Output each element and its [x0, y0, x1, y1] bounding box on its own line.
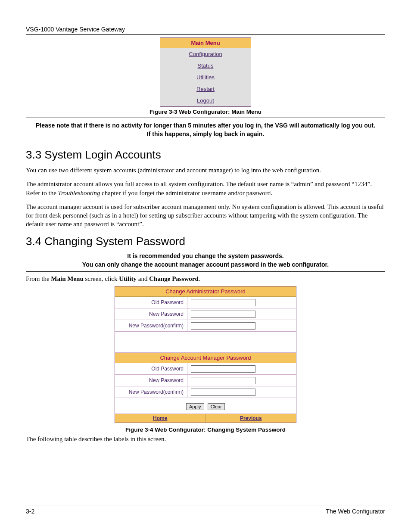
figure-3-4-caption: Figure 3-4 Web Configurator: Changing Sy… — [26, 426, 385, 433]
table-intro-text: The following table describes the labels… — [26, 436, 385, 443]
panel-spacer — [115, 332, 296, 353]
menu-link-logout[interactable]: Logout — [160, 95, 251, 106]
admin-confirm-password-row: New Password(confirm) — [115, 320, 296, 332]
button-row: Apply Clear — [115, 398, 296, 414]
instr-b2: Utility — [119, 275, 137, 282]
accountmgr-confirm-password-row: New Password(confirm) — [115, 386, 296, 398]
admin-old-password-label: Old Password — [115, 297, 187, 308]
para-3-3-3: The account manager account is used for … — [26, 202, 385, 229]
para-3-3-2: The administrator account allows you ful… — [26, 180, 385, 197]
instr-pre: From the — [26, 275, 51, 282]
footer-chapter-title: The Web Configurator — [326, 508, 385, 515]
admin-confirm-password-input[interactable] — [191, 322, 255, 330]
instruction-line: From the Main Menu screen, click Utility… — [26, 275, 385, 283]
accountmgr-old-password-label: Old Password — [115, 363, 187, 374]
accountmgr-old-password-row: Old Password — [115, 363, 296, 375]
menu-link-configuration[interactable]: Configuration — [160, 48, 251, 60]
menu-link-restart[interactable]: Restart — [160, 83, 251, 95]
accountmgr-confirm-password-label: New Password(confirm) — [115, 386, 187, 398]
instr-b3: Change Password — [149, 275, 199, 282]
figure-3-3-caption: Figure 3-3 Web Configurator: Main Menu — [26, 109, 385, 115]
admin-new-password-row: New Password — [115, 308, 296, 320]
instr-mid2: and — [137, 275, 149, 282]
admin-confirm-password-label: New Password(confirm) — [115, 320, 187, 331]
apply-button[interactable]: Apply — [186, 403, 204, 410]
accountmgr-new-password-input[interactable] — [191, 377, 255, 384]
instr-b1: Main Menu — [51, 275, 83, 282]
admin-new-password-label: New Password — [115, 308, 187, 320]
instr-mid1: screen, click — [84, 275, 119, 282]
accountmgr-old-password-input[interactable] — [191, 365, 255, 373]
previous-link[interactable]: Previous — [206, 414, 296, 423]
para-3-3-1: You can use two different system account… — [26, 166, 385, 174]
page-footer: 3-2 The Web Configurator — [26, 505, 385, 515]
menu-link-utilities[interactable]: Utilities — [160, 72, 251, 83]
footer-page-number: 3-2 — [26, 508, 34, 515]
accountmgr-confirm-password-input[interactable] — [191, 389, 255, 396]
heading-3-4: 3.4 Changing System Password — [26, 235, 385, 248]
main-menu-figure: Main Menu Configuration Status Utilities… — [160, 37, 251, 107]
accountmgr-password-title: Change Account Manager Password — [115, 353, 296, 363]
recommend-line-1: It is recommended you change the system … — [26, 252, 385, 259]
change-password-figure: Change Administrator Password Old Passwo… — [115, 286, 296, 423]
document-header: VSG-1000 Vantage Service Gateway — [26, 26, 385, 35]
heading-3-3: 3.3 System Login Accounts — [26, 148, 385, 162]
para-3-3-2-italic: Troubleshooting — [58, 190, 100, 196]
nav-row: Home Previous — [115, 414, 296, 423]
inactivity-note: Please note that if there is no activity… — [26, 118, 385, 142]
clear-button[interactable]: Clear — [208, 403, 225, 410]
home-link[interactable]: Home — [115, 414, 206, 423]
main-menu-title: Main Menu — [160, 38, 251, 48]
para-3-3-2b: chapter if you forget the administrator … — [100, 190, 272, 196]
accountmgr-new-password-label: New Password — [115, 375, 187, 386]
admin-new-password-input[interactable] — [191, 311, 255, 318]
menu-link-status[interactable]: Status — [160, 60, 251, 72]
accountmgr-new-password-row: New Password — [115, 375, 296, 386]
admin-password-title: Change Administrator Password — [115, 286, 296, 297]
instr-post: . — [199, 275, 200, 282]
recommend-line-2: You can only change the account manager … — [26, 261, 385, 272]
admin-old-password-input[interactable] — [191, 299, 255, 306]
admin-old-password-row: Old Password — [115, 297, 296, 308]
